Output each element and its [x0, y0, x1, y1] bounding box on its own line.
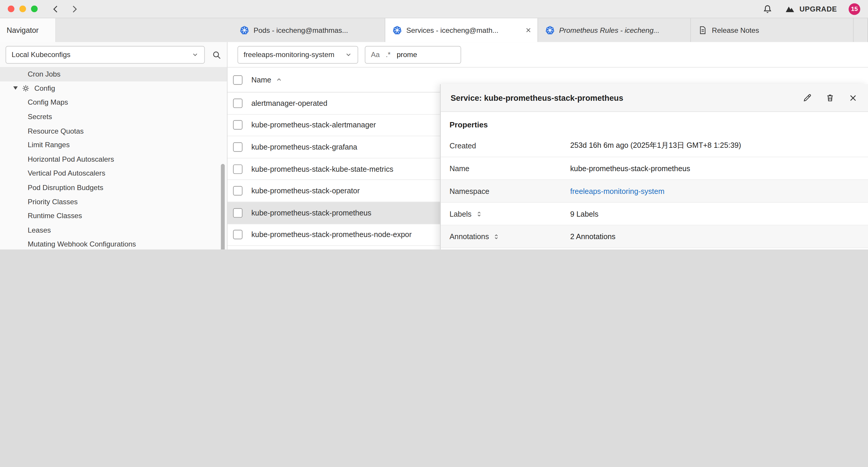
sidebar-item[interactable]: Limit Ranges: [0, 138, 227, 152]
tab-pods[interactable]: Pods - icecheng@mathmas...: [232, 18, 385, 42]
select-all-checkbox[interactable]: [233, 75, 243, 85]
upgrade-label: UPGRADE: [800, 5, 837, 13]
sidebar-search-button[interactable]: [212, 50, 222, 60]
resource-tree: Cron Jobs Config Config Maps: [0, 67, 227, 250]
selector-chips: app.kubernetes.io/name=prometheusoperato…: [570, 248, 794, 250]
row-checkbox[interactable]: [233, 120, 243, 130]
properties-heading: Properties: [440, 112, 868, 135]
sidebar-item-icon: [21, 84, 30, 93]
expand-annotations-icon[interactable]: [493, 233, 500, 240]
tab-services[interactable]: Services - icecheng@math...: [385, 18, 538, 42]
sidebar-item-label: Secrets: [28, 113, 52, 121]
mountain-icon: [784, 3, 795, 14]
sidebar-item[interactable]: Config: [0, 81, 227, 95]
name-row: Name kube-prometheus-stack-prometheus: [440, 157, 868, 180]
navigator-sidebar: Local Kubeconfigs Cron Jobs: [0, 42, 227, 250]
labels-row: Labels 9 Labels: [440, 203, 868, 226]
table-search-input[interactable]: Aa .* prome: [365, 46, 461, 63]
namespace-select[interactable]: freeleaps-monitoring-system: [238, 46, 358, 63]
sidebar-item[interactable]: Leases: [0, 223, 227, 237]
match-case-toggle[interactable]: Aa: [371, 51, 380, 59]
sidebar-item[interactable]: Vertical Pod Autoscalers: [0, 166, 227, 180]
sidebar-item-label: Horizontal Pod Autoscalers: [28, 155, 114, 163]
sidebar-item[interactable]: Horizontal Pod Autoscalers: [0, 152, 227, 166]
upgrade-button[interactable]: UPGRADE: [781, 3, 840, 15]
cluster-tabs: Pods - icecheng@mathmas... Services - ic…: [227, 18, 868, 42]
sidebar-item[interactable]: Resource Quotas: [0, 124, 227, 138]
row-checkbox[interactable]: [233, 230, 243, 239]
notification-count-badge[interactable]: 15: [848, 3, 860, 14]
expand-labels-icon[interactable]: [475, 210, 483, 217]
drawer-body: Properties Created 253d 16h 6m ago (2025…: [440, 112, 868, 250]
service-name: kube-prometheus-stack-alertmanager: [251, 121, 376, 129]
service-name: kube-prometheus-stack-kube-state-metrics: [251, 165, 394, 173]
regex-toggle[interactable]: .*: [386, 51, 391, 59]
row-checkbox[interactable]: [233, 164, 243, 174]
sidebar-item-label: Resource Quotas: [28, 126, 84, 135]
window-close-button[interactable]: [8, 6, 14, 12]
created-value: 253d 16h 6m ago (2025年1月13日 GMT+8 1:25:3…: [570, 141, 859, 151]
name-column-header[interactable]: Name: [251, 76, 282, 84]
service-detail-drawer: Service: kube-prometheus-stack-prometheu…: [440, 84, 868, 250]
row-checkbox[interactable]: [233, 143, 243, 152]
kubeconfig-select[interactable]: Local Kubeconfigs: [6, 46, 205, 63]
kubernetes-icon: [392, 25, 402, 35]
close-drawer-button[interactable]: [848, 93, 858, 103]
sidebar-item-label: Limit Ranges: [28, 141, 70, 149]
service-name: kube-prometheus-stack-operator: [251, 187, 360, 195]
row-checkbox[interactable]: [233, 208, 243, 217]
delete-button[interactable]: [826, 93, 835, 103]
forward-button[interactable]: [69, 4, 80, 14]
sidebar-item-label: Pod Disruption Budgets: [28, 183, 103, 192]
service-name: kube-prometheus-stack-grafana: [251, 143, 358, 151]
notifications-bell-icon[interactable]: [762, 4, 773, 14]
search-query: prome: [397, 51, 417, 59]
sidebar-item[interactable]: Mutating Webhook Configurations: [0, 237, 227, 250]
sidebar-item-label: Config Maps: [28, 98, 68, 107]
namespace-link[interactable]: freeleaps-monitoring-system: [570, 187, 664, 195]
sidebar-item[interactable]: Runtime Classes: [0, 209, 227, 223]
service-name: alertmanager-operated: [251, 99, 327, 107]
sidebar-item-label: Runtime Classes: [28, 212, 82, 220]
sidebar-item[interactable]: Config Maps: [0, 95, 227, 110]
namespace-row: Namespace freeleaps-monitoring-system: [440, 180, 868, 203]
window-zoom-button[interactable]: [31, 6, 37, 12]
tab-argo[interactable]: Argo Se: [854, 18, 868, 42]
sidebar-item[interactable]: Pod Disruption Budgets: [0, 180, 227, 195]
sidebar-item[interactable]: Cron Jobs: [0, 67, 227, 81]
labels-count: 9 Labels: [570, 209, 859, 218]
created-row: Created 253d 16h 6m ago (2025年1月13日 GMT+…: [440, 135, 868, 157]
document-icon: [698, 25, 708, 35]
selector-row: Selector app.kubernetes.io/name=promethe…: [440, 248, 868, 250]
back-button[interactable]: [51, 4, 61, 14]
window-minimize-button[interactable]: [20, 6, 26, 12]
window-titlebar: UPGRADE 15: [0, 0, 868, 18]
tab-close-icon[interactable]: [525, 27, 532, 34]
service-name: kube-prometheus-stack-prometheus: [251, 209, 371, 217]
row-checkbox[interactable]: [233, 98, 243, 108]
sidebar-scrollbar-thumb[interactable]: [221, 164, 225, 250]
tab-bar: Navigator Pods - icecheng@mathmas... Ser…: [0, 18, 868, 42]
navigator-tab[interactable]: Navigator: [0, 18, 56, 42]
chevron-icon[interactable]: [11, 84, 19, 92]
annotations-count: 2 Annotations: [570, 232, 859, 241]
service-name: kube-prometheus-stack-prometheus-node-ex…: [251, 231, 412, 239]
sidebar-item[interactable]: Secrets: [0, 110, 227, 124]
sidebar-item-label: Mutating Webhook Configurations: [28, 240, 136, 248]
tab-prometheus-rules[interactable]: Prometheus Rules - icecheng...: [538, 18, 691, 42]
kubernetes-icon: [240, 25, 249, 35]
sidebar-item[interactable]: Priority Classes: [0, 195, 227, 209]
row-checkbox[interactable]: [233, 186, 243, 196]
edit-button[interactable]: [803, 93, 812, 103]
tab-release-notes[interactable]: Release Notes: [691, 18, 854, 42]
app-window: UPGRADE 15 Navigator Pods - icecheng@mat…: [0, 0, 868, 250]
sidebar-item-label: Cron Jobs: [28, 70, 61, 78]
sidebar-header-zone: Navigator: [0, 18, 227, 42]
sidebar-item-label: Leases: [28, 226, 51, 234]
kubernetes-icon: [546, 25, 555, 35]
sidebar-item-label: Vertical Pod Autoscalers: [28, 169, 105, 177]
drawer-title: Service: kube-prometheus-stack-prometheu…: [451, 93, 623, 102]
chevron-down-icon: [191, 51, 198, 58]
drawer-header: Service: kube-prometheus-stack-prometheu…: [440, 84, 868, 112]
sidebar-item-label: Priority Classes: [28, 198, 78, 206]
